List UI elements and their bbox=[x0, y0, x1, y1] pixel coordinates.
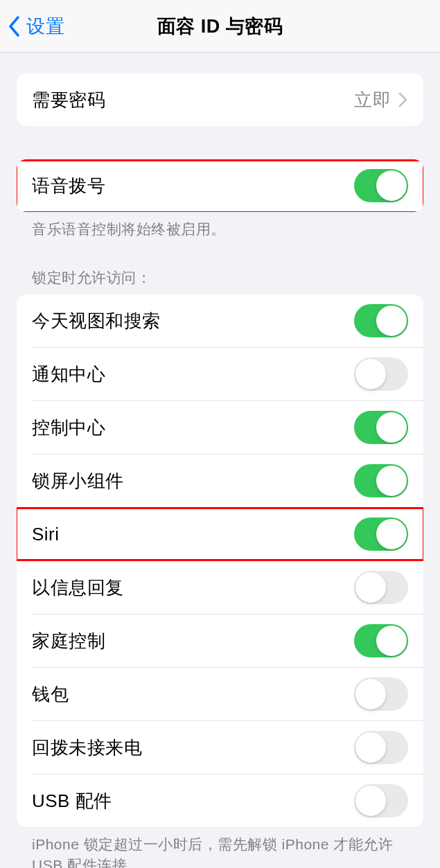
voice-dial-label: 语音拨号 bbox=[32, 174, 354, 198]
voice-dial-row: 语音拨号 bbox=[17, 159, 423, 212]
lock-access-row: 家庭控制 bbox=[17, 614, 423, 667]
require-passcode-label: 需要密码 bbox=[32, 88, 354, 112]
lock-access-row: 今天视图和搜索 bbox=[17, 294, 423, 347]
lock-access-label: 控制中心 bbox=[32, 416, 354, 440]
lock-access-row: 回拨未接来电 bbox=[17, 721, 423, 774]
lock-access-row: 钱包 bbox=[17, 668, 423, 720]
lock-access-label: Siri bbox=[32, 524, 354, 545]
lock-access-row: 锁屏小组件 bbox=[17, 454, 423, 507]
lock-access-row: 通知中心 bbox=[17, 348, 423, 400]
lock-access-toggle[interactable] bbox=[354, 731, 408, 764]
require-passcode-group: 需要密码 立即 bbox=[17, 73, 423, 126]
lock-access-toggle[interactable] bbox=[354, 784, 408, 817]
page-title: 面容 ID 与密码 bbox=[0, 14, 440, 39]
lock-access-toggle[interactable] bbox=[354, 677, 408, 711]
lock-access-label: 通知中心 bbox=[32, 362, 354, 387]
lock-access-toggle[interactable] bbox=[354, 517, 408, 551]
lock-access-label: 回拨未接来电 bbox=[32, 736, 354, 760]
lock-access-header: 锁定时允许访问： bbox=[17, 268, 423, 294]
lock-access-toggle[interactable] bbox=[354, 304, 408, 337]
require-passcode-value: 立即 bbox=[354, 88, 391, 112]
lock-access-row: 控制中心 bbox=[17, 401, 423, 454]
chevron-left-icon bbox=[7, 15, 21, 38]
lock-access-label: USB 配件 bbox=[32, 789, 354, 813]
lock-access-label: 家庭控制 bbox=[32, 629, 354, 653]
lock-access-toggle[interactable] bbox=[354, 411, 408, 444]
lock-access-toggle[interactable] bbox=[354, 357, 408, 391]
lock-access-footer: iPhone 锁定超过一小时后，需先解锁 iPhone 才能允许USB 配件连接… bbox=[17, 827, 423, 868]
lock-access-row: 以信息回复 bbox=[17, 561, 423, 614]
lock-access-row: USB 配件 bbox=[17, 774, 423, 827]
require-passcode-row[interactable]: 需要密码 立即 bbox=[17, 73, 423, 126]
lock-access-toggle[interactable] bbox=[354, 571, 408, 604]
navigation-header: 设置 面容 ID 与密码 bbox=[0, 0, 440, 53]
lock-access-toggle[interactable] bbox=[354, 624, 408, 657]
lock-access-toggle[interactable] bbox=[354, 464, 408, 497]
lock-access-label: 钱包 bbox=[32, 682, 354, 707]
back-label: 设置 bbox=[26, 14, 65, 39]
voice-dial-footer: 音乐语音控制将始终被启用。 bbox=[17, 212, 423, 239]
lock-access-label: 以信息回复 bbox=[32, 576, 354, 600]
lock-access-group: 今天视图和搜索通知中心控制中心锁屏小组件Siri以信息回复家庭控制钱包回拨未接来… bbox=[17, 294, 423, 827]
voice-dial-toggle[interactable] bbox=[354, 169, 408, 202]
chevron-right-icon bbox=[398, 92, 408, 107]
lock-access-label: 锁屏小组件 bbox=[32, 469, 354, 493]
lock-access-label: 今天视图和搜索 bbox=[32, 309, 354, 333]
lock-access-row: Siri bbox=[17, 508, 423, 560]
back-button[interactable]: 设置 bbox=[0, 14, 65, 39]
voice-dial-group: 语音拨号 bbox=[17, 159, 423, 212]
